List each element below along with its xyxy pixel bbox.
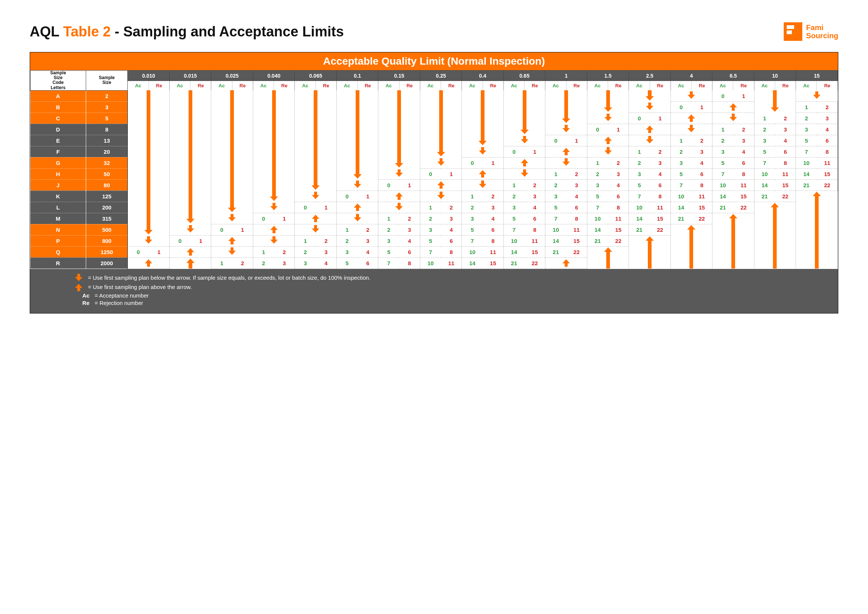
hdr-ac: Ac [671,81,691,91]
arrow-up-icon [587,257,629,269]
arrow-down-icon [754,90,796,101]
arrow-up-icon [587,135,629,146]
re-value: 11 [441,257,462,269]
arrow-up-icon [713,257,754,269]
re-value: 1 [691,101,712,113]
re-value: 1 [566,135,587,146]
re-value: 8 [525,224,546,235]
ac-value: 21 [587,235,608,246]
ac-value: 1 [754,113,775,124]
brand-line-2: Sourcing [806,31,838,40]
ac-value: 3 [713,146,733,157]
arrow-down-icon [128,146,170,157]
re-value: 3 [691,146,712,157]
re-value: 11 [525,235,546,246]
arrow-up-icon [754,202,796,213]
hdr-re: Re [316,81,336,91]
arrow-down-icon [169,135,211,146]
hdr-ac: Ac [211,81,232,91]
ac-value: 0 [629,113,650,124]
arrow-down-icon [420,113,462,124]
arrow-down-icon [211,101,253,113]
re-value: 8 [650,191,671,202]
ac-value: 0 [378,179,399,191]
re-value: 2 [274,246,295,257]
hdr-ac: Ac [713,81,733,91]
arrow-up-icon [336,202,378,213]
arrow-down-icon [128,135,170,146]
re-value: 2 [650,146,671,157]
re-value: 1 [399,179,420,191]
table-row: N500011223345678101114152122 [31,224,838,235]
arrow-down-icon [336,146,378,157]
arrow-down-icon [671,124,713,135]
arrow-down-icon [336,135,378,146]
re-value: 11 [650,202,671,213]
arrow-down-icon [546,157,587,168]
arrow-down-icon [128,179,170,191]
ac-value: 1 [295,235,316,246]
ac-value: 1 [671,135,691,146]
ac-value: 3 [587,179,608,191]
arrow-up-icon [629,257,671,269]
re-value: 6 [525,213,546,224]
ac-value: 2 [295,246,316,257]
ac-value: 5 [629,179,650,191]
hdr-ac: Ac [420,81,441,91]
ac-value: 14 [462,257,483,269]
arrow-up-icon [754,235,796,246]
re-value: 1 [149,246,169,257]
table-row: P800011223345678101114152122 [31,235,838,246]
brand-line-1: Fami [806,23,838,31]
re-value: 15 [525,246,546,257]
arrow-down-icon [295,124,337,135]
arrow-up-icon [796,202,838,213]
ac-value: 3 [504,202,524,213]
arrow-down-icon [128,157,170,168]
arrow-down-icon [169,157,211,168]
arrow-up-icon [754,213,796,224]
re-value: 6 [650,179,671,191]
legend-ac-text: = Acceptance number [95,292,149,298]
code-letter: Q [31,246,86,257]
re-value: 3 [358,235,378,246]
ac-value: 1 [378,213,399,224]
ac-value: 7 [462,235,483,246]
hdr-ac: Ac [754,81,775,91]
arrow-down-icon [211,179,253,191]
hdr-ac: Ac [504,81,524,91]
re-value: 4 [733,146,754,157]
arrow-down-icon [546,101,587,113]
ac-value: 1 [713,124,733,135]
ac-value: 1 [587,157,608,168]
re-value: 15 [733,191,754,202]
hdr-re: Re [274,81,295,91]
arrow-down-icon [169,191,211,202]
ac-value: 10 [420,257,441,269]
arrow-down-icon [336,124,378,135]
ac-value: 2 [587,168,608,179]
arrow-down-icon [295,157,337,168]
arrow-down-icon [253,113,295,124]
hdr-re: Re [775,81,796,91]
ac-value: 5 [546,202,566,213]
sample-size: 800 [86,235,127,246]
arrow-up-icon [796,191,838,202]
arrow-up-icon [671,113,713,124]
ac-value: 2 [754,124,775,135]
code-letter: J [31,179,86,191]
re-value: 11 [817,157,838,168]
code-letter: P [31,235,86,246]
sample-size: 200 [86,202,127,213]
aql-level-0: 0.010 [128,71,170,81]
arrow-down-icon [504,113,545,124]
re-value: 22 [566,246,587,257]
ac-value: 10 [504,235,524,246]
arrow-down-icon [378,168,420,179]
hdr-ac: Ac [796,81,817,91]
aql-level-13: 4 [671,71,713,81]
hdr-re: Re [733,81,754,91]
arrow-down-icon [128,101,170,113]
re-value: 4 [399,235,420,246]
arrow-down-icon [420,101,462,113]
